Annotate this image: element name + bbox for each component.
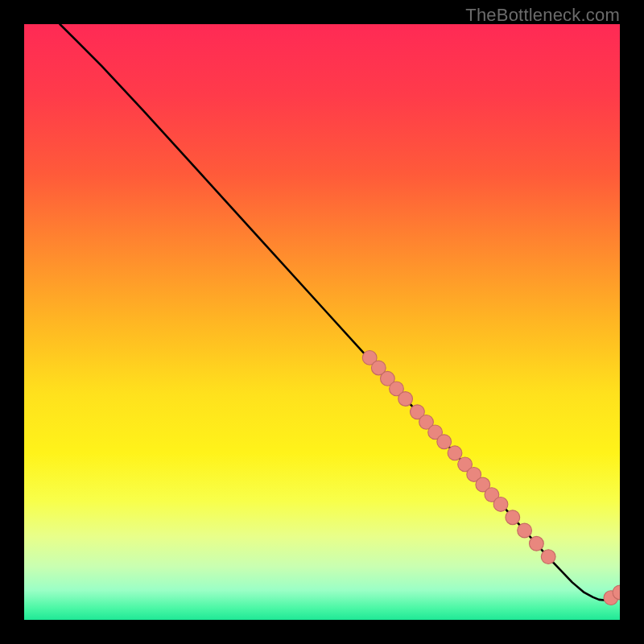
data-dot (530, 536, 544, 551)
chart-plot-area (24, 24, 620, 620)
data-dot (518, 523, 532, 538)
chart-svg (24, 24, 620, 620)
data-dot (437, 435, 452, 449)
attribution-text: TheBottleneck.com (465, 5, 620, 26)
data-dot (448, 446, 462, 460)
chart-stage: TheBottleneck.com (0, 0, 644, 644)
data-dot (506, 510, 520, 525)
data-dot (541, 550, 555, 564)
data-dot (398, 392, 413, 407)
data-dot (493, 497, 508, 512)
